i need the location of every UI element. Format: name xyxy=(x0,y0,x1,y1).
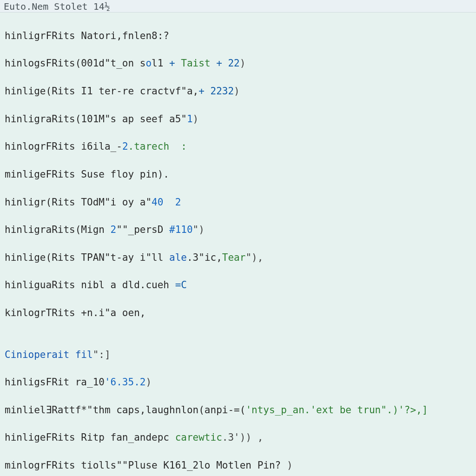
code-line: Cinioperait fil":] xyxy=(5,348,471,362)
code-line: minligeFRits Suse floy pin). xyxy=(5,168,471,182)
code-line: hinligraRits(Mign 2""_persD #110") xyxy=(5,223,471,237)
code-line: hinligraRits(101M"s ap seef a5"1) xyxy=(5,112,471,126)
window-title: Euto.Nem Stolet 14½ xyxy=(4,1,110,12)
code-line: hinligeFRits Ritp fan_andepc carewtic.3'… xyxy=(5,431,471,445)
code-line: hinlige(Rits I1 ter-re cractvf"a,+ 2232) xyxy=(5,85,471,99)
code-line: hinlogrFRits i6ila_-2.tarech : xyxy=(5,140,471,154)
code-editor[interactable]: hinligrFRits Natori,fnlen8:? hinlogsFRit… xyxy=(0,13,476,476)
code-line: hinligr(Rits TOdM"i oy a"40 2 xyxy=(5,196,471,210)
code-line: hinligrFRits Natori,fnlen8:? xyxy=(5,29,471,43)
code-line: hinligsFRit ra_10'6.35.2) xyxy=(5,376,471,390)
code-line: minlielƎRattf*"thm caps,laughnlon(anpi-=… xyxy=(5,403,471,417)
code-line: kinlogrTRits +n.i"a oen, xyxy=(5,306,471,320)
window-titlebar: Euto.Nem Stolet 14½ xyxy=(0,0,476,13)
code-line: hinlige(Rits TPAN"t-ay i"ll ale.3"ic,Tea… xyxy=(5,251,471,265)
code-line: hinlogsFRits(001d"t_on sol1 + Taist + 22… xyxy=(5,57,471,71)
code-line: minlogrFRits tiolls""Pluse K161_2lo Motl… xyxy=(5,459,471,473)
code-line: hinliguaRits nibl a dld.cueh =C xyxy=(5,278,471,292)
